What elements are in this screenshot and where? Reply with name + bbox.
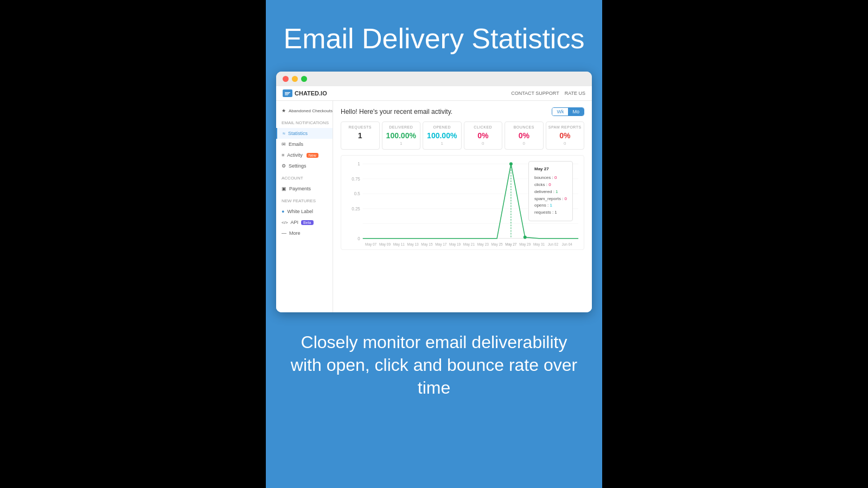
stats-cards: REQUESTS 1 DELIVERED 100.00% 1 OPENED 10… <box>341 121 584 150</box>
period-month-button[interactable]: Mo <box>568 108 584 115</box>
sidebar-section-new-features: New Features <box>276 194 333 206</box>
stat-label-bounces: BOUNCES <box>507 125 541 129</box>
sidebar-item-emails[interactable]: ✉ Emails <box>276 139 333 150</box>
stat-card-spam: SPAM REPORTS 0% 0 <box>546 121 585 150</box>
stat-sub-delivered: 1 <box>385 141 418 146</box>
cart-icon: ★ <box>282 108 286 113</box>
tooltip-bounces: bounces : 0 <box>534 175 567 182</box>
tooltip-requests: requests : 1 <box>534 209 567 216</box>
period-toggle: Wk Mo <box>552 107 584 116</box>
stat-value-clicked: 0% <box>467 131 500 140</box>
svg-text:0.5: 0.5 <box>354 192 361 197</box>
browser-chrome <box>276 72 592 86</box>
svg-text:0.25: 0.25 <box>352 207 360 211</box>
svg-text:May 23: May 23 <box>477 242 489 247</box>
svg-text:May 09: May 09 <box>379 242 391 247</box>
svg-rect-1 <box>285 92 290 93</box>
sidebar-item-more[interactable]: — More <box>276 228 333 239</box>
left-black-panel <box>0 0 266 488</box>
stats-greeting: Hello! Here's your recent email activity… <box>341 108 452 115</box>
center-panel: Email Delivery Statistics CHATED.IO <box>266 0 602 488</box>
stat-value-requests: 1 <box>343 131 377 140</box>
stat-value-bounces: 0% <box>507 131 541 140</box>
stat-card-delivered: DELIVERED 100.00% 1 <box>382 121 421 150</box>
stat-card-opened: OPENED 100.00% 1 <box>423 121 462 150</box>
svg-text:May 21: May 21 <box>463 242 475 247</box>
browser-window: CHATED.IO CONTACT SUPPORT RATE US ★ Aban… <box>276 72 592 312</box>
sidebar-item-settings[interactable]: ⚙ Settings <box>276 160 333 171</box>
stats-header: Hello! Here's your recent email activity… <box>341 107 584 116</box>
more-icon: — <box>282 230 286 236</box>
svg-text:May 15: May 15 <box>421 242 432 247</box>
period-week-button[interactable]: Wk <box>552 108 568 115</box>
sidebar: ★ Abandoned Checkouts Email Notification… <box>276 101 333 312</box>
sidebar-label: Statistics <box>288 131 308 136</box>
svg-text:May 19: May 19 <box>449 242 461 247</box>
stat-label-spam: SPAM REPORTS <box>548 125 582 129</box>
svg-text:1: 1 <box>358 162 360 167</box>
window-maximize-dot[interactable] <box>301 76 307 82</box>
svg-text:May 11: May 11 <box>393 242 405 247</box>
svg-text:May 17: May 17 <box>435 242 446 247</box>
sidebar-label: Emails <box>289 142 303 147</box>
stat-sub-opened: 1 <box>425 141 459 146</box>
svg-text:May 27: May 27 <box>505 242 516 247</box>
bottom-subtitle: Closely monitor email deliverability wit… <box>266 312 602 421</box>
stat-label-requests: REQUESTS <box>343 125 377 129</box>
chart-area: 1 0.75 0.5 0.25 0 May 07 May 09 May 11 M… <box>341 155 584 250</box>
svg-text:May 13: May 13 <box>407 242 419 247</box>
sidebar-item-activity[interactable]: ≡ Activity New <box>276 150 333 160</box>
activity-icon: ≡ <box>282 152 284 158</box>
page-title: Email Delivery Statistics <box>267 0 601 72</box>
logo-text: CHATED.IO <box>295 90 327 97</box>
stats-icon: ≈ <box>283 131 285 136</box>
header-actions: CONTACT SUPPORT RATE US <box>511 91 585 96</box>
svg-text:May 29: May 29 <box>519 242 531 247</box>
tooltip-opens: opens : 1 <box>534 202 567 209</box>
svg-text:Jun 04: Jun 04 <box>562 242 573 246</box>
main-content: Hello! Here's your recent email activity… <box>333 101 592 312</box>
stat-label-clicked: CLICKED <box>467 125 500 129</box>
contact-support-link[interactable]: CONTACT SUPPORT <box>511 91 559 96</box>
stat-sub-spam: 0 <box>548 141 582 146</box>
stat-sub-requests <box>343 141 377 146</box>
email-icon: ✉ <box>282 142 286 147</box>
sidebar-item-payments[interactable]: ▣ Payments <box>276 183 333 194</box>
sidebar-section-account: Account <box>276 171 333 183</box>
sidebar-label: Abandoned Checkouts <box>289 108 333 113</box>
stat-value-spam: 0% <box>548 131 582 140</box>
stat-label-opened: OPENED <box>425 125 459 129</box>
svg-text:0: 0 <box>358 236 360 241</box>
settings-icon: ⚙ <box>282 163 286 169</box>
app-header-bar: CHATED.IO CONTACT SUPPORT RATE US <box>276 86 592 101</box>
tooltip-delivered: delivered : 1 <box>534 189 567 196</box>
sidebar-item-api[interactable]: </> API Beta <box>276 217 333 228</box>
window-close-dot[interactable] <box>283 76 289 82</box>
payments-icon: ▣ <box>282 186 286 191</box>
logo-icon <box>283 89 292 97</box>
sidebar-label: Settings <box>289 163 307 169</box>
stat-card-bounces: BOUNCES 0% 0 <box>505 121 544 150</box>
svg-point-31 <box>509 163 513 166</box>
stat-value-opened: 100.00% <box>425 131 459 140</box>
sidebar-label: More <box>289 230 301 236</box>
sidebar-section-email-notifications: Email Notifications <box>276 116 333 128</box>
window-minimize-dot[interactable] <box>292 76 298 82</box>
app-content: ★ Abandoned Checkouts Email Notification… <box>276 101 592 312</box>
rate-us-link[interactable]: RATE US <box>565 91 585 96</box>
sidebar-item-white-label[interactable]: ● White Label <box>276 206 333 217</box>
svg-point-32 <box>524 236 527 239</box>
beta-badge: Beta <box>301 220 313 225</box>
tooltip-date: May 27 <box>534 166 567 173</box>
svg-rect-2 <box>285 93 289 94</box>
sidebar-item-abandoned-checkouts[interactable]: ★ Abandoned Checkouts <box>276 105 333 116</box>
sidebar-label: API <box>291 220 299 225</box>
tooltip-clicks: clicks : 0 <box>534 182 567 189</box>
api-icon: </> <box>282 220 288 225</box>
stat-sub-clicked: 0 <box>467 141 500 146</box>
stat-sub-bounces: 0 <box>507 141 541 146</box>
stat-value-delivered: 100.00% <box>385 131 418 140</box>
svg-text:Jun 02: Jun 02 <box>548 242 559 246</box>
sidebar-item-statistics[interactable]: ≈ Statistics <box>276 128 333 139</box>
sidebar-label: Activity <box>287 152 303 158</box>
